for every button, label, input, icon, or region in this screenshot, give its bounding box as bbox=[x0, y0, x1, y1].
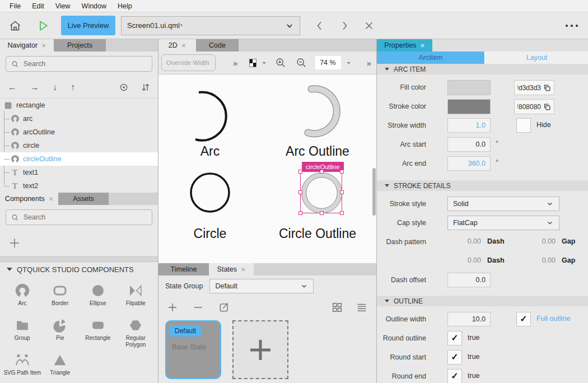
studio-components-header[interactable]: QTQUICK STUDIO COMPONENTS bbox=[0, 262, 158, 277]
subtab-layout[interactable]: Layout bbox=[484, 52, 588, 64]
zoom-level-select[interactable]: 74 % bbox=[315, 56, 341, 69]
gap-value-input[interactable]: 0.00 bbox=[520, 237, 556, 245]
tab-navigator[interactable]: Navigator ✕ bbox=[0, 39, 54, 52]
round-start-checkbox[interactable]: ✓ bbox=[447, 350, 462, 365]
plus-icon[interactable] bbox=[9, 237, 20, 249]
stroke-width-input[interactable]: 1.0 bbox=[447, 118, 491, 133]
tab-components[interactable]: Components ✕ bbox=[0, 193, 58, 205]
move-up-button[interactable]: ↑ bbox=[71, 83, 75, 92]
selection-box[interactable] bbox=[300, 171, 342, 213]
section-outline[interactable]: OUTLINE bbox=[377, 296, 588, 306]
move-left-button[interactable]: ← bbox=[8, 83, 17, 92]
move-right-button[interactable]: → bbox=[30, 83, 39, 92]
open-file-dropdown[interactable]: Screen01.ui.qml* bbox=[121, 16, 300, 35]
stroke-style-select[interactable]: Solid bbox=[447, 197, 559, 211]
grid-view-icon[interactable] bbox=[332, 302, 343, 313]
component-regular-polygon[interactable]: Regular Polygon bbox=[117, 314, 155, 348]
stroke-color-swatch[interactable] bbox=[447, 99, 491, 114]
full-outline-checkbox[interactable]: ✓ bbox=[516, 312, 531, 326]
tree-item-text1[interactable]: T text1 bbox=[0, 166, 158, 179]
tab-properties[interactable]: Properties ✕ bbox=[377, 39, 432, 52]
dash-value-input[interactable]: 0.00 bbox=[445, 256, 481, 264]
arc-start-input[interactable]: 0.0 bbox=[447, 137, 491, 152]
arc-outline-text[interactable]: Arc Outline bbox=[286, 144, 349, 159]
gap-value-input[interactable]: 0.00 bbox=[520, 256, 556, 264]
circle-outline-text[interactable]: Circle Outline bbox=[279, 226, 356, 241]
tab-timeline[interactable]: Timeline bbox=[158, 263, 209, 275]
circle-outline-shape[interactable] bbox=[301, 172, 343, 214]
dash-offset-input[interactable]: 0.0 bbox=[447, 273, 491, 287]
add-state-card[interactable] bbox=[232, 320, 288, 379]
close-document-button[interactable] bbox=[363, 20, 375, 32]
arc-end-input[interactable]: 360.0 bbox=[447, 156, 491, 171]
canvas-scrollbar[interactable] bbox=[372, 168, 376, 216]
fill-color-hex-field[interactable]: #d3d3d3 bbox=[514, 80, 554, 95]
form-canvas[interactable]: Arc Arc Outline Circle circleOutline bbox=[158, 74, 376, 263]
subtab-arcitem[interactable]: ArcItem bbox=[377, 52, 484, 64]
tab-states[interactable]: States ✕ bbox=[209, 263, 254, 275]
navigator-search-input[interactable] bbox=[24, 60, 147, 68]
circle-shape[interactable] bbox=[188, 170, 232, 215]
remove-state-icon[interactable] bbox=[193, 302, 203, 312]
state-default-badge[interactable]: Default bbox=[170, 325, 201, 337]
zoom-in-button[interactable] bbox=[275, 57, 286, 68]
outline-width-input[interactable]: 10.0 bbox=[447, 312, 491, 326]
component-ellipse[interactable]: Ellipse bbox=[79, 279, 117, 314]
tab-close-icon[interactable]: ✕ bbox=[49, 196, 53, 202]
state-card-default[interactable]: Default Base State bbox=[165, 320, 221, 379]
menu-edit[interactable]: Edit bbox=[26, 1, 50, 12]
stroke-color-hex-field[interactable]: #808080 bbox=[514, 99, 554, 114]
live-preview-button[interactable]: Live Preview bbox=[61, 16, 115, 35]
menu-help[interactable]: Help bbox=[112, 1, 138, 12]
round-outline-checkbox[interactable]: ✓ bbox=[447, 331, 462, 345]
component-rectangle[interactable]: Rectangle bbox=[79, 314, 117, 348]
back-button[interactable] bbox=[314, 20, 326, 32]
resize-handle-s[interactable] bbox=[320, 211, 324, 215]
tab-close-icon[interactable]: ✕ bbox=[41, 43, 46, 49]
state-group-select[interactable]: Default bbox=[209, 279, 314, 293]
resize-handle-w[interactable] bbox=[298, 190, 302, 194]
tree-item-circleoutline-selected[interactable]: circleOutline bbox=[0, 152, 158, 166]
section-stroke-details[interactable]: STROKE DETAILS bbox=[377, 180, 588, 191]
component-border[interactable]: Border bbox=[41, 279, 80, 314]
component-flipable[interactable]: Flipable bbox=[117, 279, 155, 314]
tree-item-circle[interactable]: circle bbox=[0, 139, 158, 152]
reverse-order-button[interactable] bbox=[141, 82, 150, 92]
resize-handle-nw[interactable] bbox=[298, 170, 302, 174]
arc-shape[interactable] bbox=[188, 89, 244, 145]
resize-handle-ne[interactable] bbox=[340, 170, 344, 174]
arc-text[interactable]: Arc bbox=[200, 144, 220, 159]
dash-value-input[interactable]: 0.00 bbox=[445, 237, 481, 245]
run-button[interactable] bbox=[36, 19, 50, 32]
edit-state-icon[interactable] bbox=[219, 302, 230, 312]
tab-close-icon[interactable]: ✕ bbox=[181, 43, 186, 49]
resize-handle-e[interactable] bbox=[340, 190, 344, 194]
resize-handle-se[interactable] bbox=[340, 211, 344, 215]
visibility-toggle-button[interactable] bbox=[119, 82, 129, 92]
component-svg-path-item[interactable]: SVG Path Item bbox=[3, 348, 41, 383]
hide-checkbox[interactable] bbox=[516, 118, 531, 133]
copy-icon[interactable] bbox=[543, 103, 551, 111]
cap-style-select[interactable]: FlatCap bbox=[447, 216, 559, 230]
move-down-button[interactable]: ↓ bbox=[53, 83, 57, 92]
tab-close-icon[interactable]: ✕ bbox=[241, 267, 245, 273]
background-color-swatch[interactable] bbox=[249, 59, 256, 67]
tree-item-rectangle[interactable]: rectangle bbox=[0, 99, 158, 112]
override-width-input[interactable] bbox=[161, 54, 216, 71]
chevron-down-icon[interactable] bbox=[346, 59, 352, 66]
tab-assets[interactable]: Assets bbox=[58, 193, 109, 205]
arc-outline-shape[interactable] bbox=[295, 83, 351, 139]
home-button[interactable] bbox=[8, 19, 22, 32]
tree-item-arcoutline[interactable]: arcOutline bbox=[0, 125, 158, 139]
component-triangle[interactable]: Triangle bbox=[41, 348, 80, 383]
section-arc-item[interactable]: ARC ITEM bbox=[377, 64, 588, 74]
circle-text[interactable]: Circle bbox=[194, 226, 227, 241]
resize-handle-n[interactable] bbox=[320, 170, 324, 174]
tab-close-icon[interactable]: ✕ bbox=[420, 43, 424, 49]
round-end-checkbox[interactable]: ✓ bbox=[447, 369, 462, 383]
zoom-out-button[interactable] bbox=[296, 57, 307, 68]
menu-file[interactable]: File bbox=[4, 1, 26, 12]
toolbar-overflow-icon[interactable]: » bbox=[365, 58, 374, 68]
component-pie[interactable]: Pie bbox=[41, 314, 80, 348]
fill-color-swatch[interactable] bbox=[447, 80, 491, 95]
